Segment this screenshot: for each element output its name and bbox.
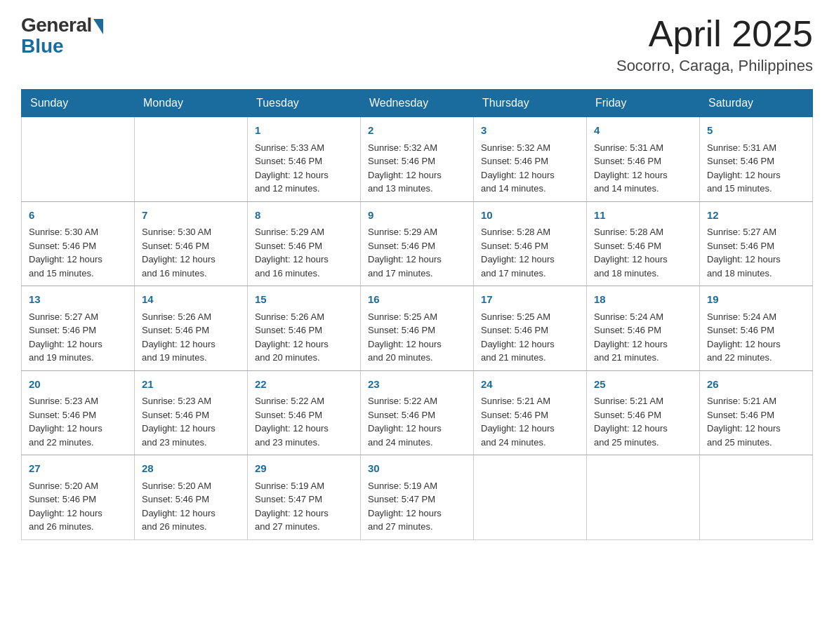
day-info: Daylight: 12 hours [707, 253, 805, 267]
day-info: Sunset: 5:46 PM [481, 408, 579, 422]
day-number: 5 [707, 123, 805, 139]
day-info: and 24 minutes. [481, 436, 579, 450]
day-info: Daylight: 12 hours [255, 168, 353, 182]
calendar-cell: 6Sunrise: 5:30 AMSunset: 5:46 PMDaylight… [22, 201, 135, 286]
day-info: and 27 minutes. [368, 520, 466, 534]
day-number: 19 [707, 292, 805, 308]
day-info: Sunset: 5:46 PM [594, 239, 692, 253]
day-info: Sunrise: 5:21 AM [707, 394, 805, 408]
day-info: and 18 minutes. [707, 267, 805, 281]
day-info: and 19 minutes. [29, 351, 127, 365]
day-info: Daylight: 12 hours [594, 337, 692, 351]
week-row-4: 20Sunrise: 5:23 AMSunset: 5:46 PMDayligh… [22, 370, 813, 455]
day-number: 15 [255, 292, 353, 308]
day-info: Sunset: 5:46 PM [594, 323, 692, 337]
day-number: 9 [368, 208, 466, 224]
day-info: Daylight: 12 hours [142, 507, 240, 521]
day-info: Sunrise: 5:24 AM [594, 310, 692, 324]
calendar-cell: 15Sunrise: 5:26 AMSunset: 5:46 PMDayligh… [248, 286, 361, 371]
day-info: Sunset: 5:46 PM [707, 239, 805, 253]
week-row-5: 27Sunrise: 5:20 AMSunset: 5:46 PMDayligh… [22, 455, 813, 540]
day-info: and 13 minutes. [368, 182, 466, 196]
day-info: Daylight: 12 hours [29, 253, 127, 267]
day-number: 27 [29, 461, 127, 477]
day-info: Sunrise: 5:27 AM [29, 310, 127, 324]
day-info: Sunrise: 5:26 AM [142, 310, 240, 324]
day-info: Sunset: 5:47 PM [368, 492, 466, 507]
day-info: Sunrise: 5:33 AM [255, 141, 353, 155]
title-area: April 2025 Socorro, Caraga, Philippines [616, 14, 813, 75]
day-info: Sunrise: 5:20 AM [142, 479, 240, 493]
day-info: Sunset: 5:46 PM [594, 408, 692, 422]
day-info: and 18 minutes. [594, 267, 692, 281]
day-info: and 15 minutes. [29, 267, 127, 281]
day-info: and 24 minutes. [368, 436, 466, 450]
day-info: Sunrise: 5:24 AM [707, 310, 805, 324]
day-info: Daylight: 12 hours [29, 507, 127, 521]
week-row-2: 6Sunrise: 5:30 AMSunset: 5:46 PMDaylight… [22, 201, 813, 286]
day-info: Sunset: 5:47 PM [255, 492, 353, 507]
calendar-cell [587, 455, 700, 540]
day-info: and 17 minutes. [368, 267, 466, 281]
day-info: Sunrise: 5:21 AM [481, 394, 579, 408]
calendar-cell: 13Sunrise: 5:27 AMSunset: 5:46 PMDayligh… [22, 286, 135, 371]
day-number: 10 [481, 208, 579, 224]
day-info: and 25 minutes. [707, 436, 805, 450]
day-info: Daylight: 12 hours [481, 337, 579, 351]
calendar-cell: 17Sunrise: 5:25 AMSunset: 5:46 PMDayligh… [474, 286, 587, 371]
week-row-1: 1Sunrise: 5:33 AMSunset: 5:46 PMDaylight… [22, 117, 813, 202]
calendar-cell: 20Sunrise: 5:23 AMSunset: 5:46 PMDayligh… [22, 370, 135, 455]
weekday-header-wednesday: Wednesday [361, 90, 474, 117]
day-number: 13 [29, 292, 127, 308]
day-number: 6 [29, 208, 127, 224]
calendar-cell: 12Sunrise: 5:27 AMSunset: 5:46 PMDayligh… [700, 201, 813, 286]
day-info: Sunrise: 5:22 AM [368, 394, 466, 408]
weekday-header-saturday: Saturday [700, 90, 813, 117]
day-info: Daylight: 12 hours [29, 337, 127, 351]
logo-general-text: General [21, 14, 92, 36]
day-number: 2 [368, 123, 466, 139]
calendar-cell: 4Sunrise: 5:31 AMSunset: 5:46 PMDaylight… [587, 117, 700, 202]
day-number: 25 [594, 377, 692, 393]
day-info: and 17 minutes. [481, 267, 579, 281]
day-info: and 16 minutes. [255, 267, 353, 281]
day-info: Sunset: 5:46 PM [707, 323, 805, 337]
day-info: Daylight: 12 hours [707, 168, 805, 182]
day-number: 7 [142, 208, 240, 224]
weekday-header-friday: Friday [587, 90, 700, 117]
day-info: Sunrise: 5:19 AM [368, 479, 466, 493]
day-info: Sunset: 5:46 PM [368, 323, 466, 337]
calendar-cell: 19Sunrise: 5:24 AMSunset: 5:46 PMDayligh… [700, 286, 813, 371]
day-info: Sunrise: 5:23 AM [29, 394, 127, 408]
day-info: Sunset: 5:46 PM [255, 408, 353, 422]
day-number: 21 [142, 377, 240, 393]
calendar-cell [22, 117, 135, 202]
calendar-cell: 1Sunrise: 5:33 AMSunset: 5:46 PMDaylight… [248, 117, 361, 202]
logo: General Blue [21, 14, 103, 58]
day-info: and 23 minutes. [142, 436, 240, 450]
location-title: Socorro, Caraga, Philippines [616, 57, 813, 75]
day-info: Sunrise: 5:20 AM [29, 479, 127, 493]
day-number: 22 [255, 377, 353, 393]
header: General Blue April 2025 Socorro, Caraga,… [21, 14, 813, 75]
day-info: Sunrise: 5:25 AM [481, 310, 579, 324]
day-info: Daylight: 12 hours [368, 168, 466, 182]
day-info: Daylight: 12 hours [255, 337, 353, 351]
logo-blue-text: Blue [21, 35, 64, 58]
calendar-cell: 22Sunrise: 5:22 AMSunset: 5:46 PMDayligh… [248, 370, 361, 455]
day-info: Daylight: 12 hours [142, 422, 240, 436]
calendar-cell [474, 455, 587, 540]
calendar-cell: 11Sunrise: 5:28 AMSunset: 5:46 PMDayligh… [587, 201, 700, 286]
day-info: and 22 minutes. [707, 351, 805, 365]
day-info: Sunrise: 5:28 AM [594, 225, 692, 239]
day-info: Daylight: 12 hours [481, 253, 579, 267]
calendar-cell: 18Sunrise: 5:24 AMSunset: 5:46 PMDayligh… [587, 286, 700, 371]
day-info: and 12 minutes. [255, 182, 353, 196]
day-info: Sunset: 5:46 PM [255, 239, 353, 253]
day-info: Sunset: 5:46 PM [29, 323, 127, 337]
calendar-cell: 5Sunrise: 5:31 AMSunset: 5:46 PMDaylight… [700, 117, 813, 202]
calendar-cell: 16Sunrise: 5:25 AMSunset: 5:46 PMDayligh… [361, 286, 474, 371]
day-info: Sunrise: 5:23 AM [142, 394, 240, 408]
day-number: 16 [368, 292, 466, 308]
day-info: Daylight: 12 hours [368, 422, 466, 436]
